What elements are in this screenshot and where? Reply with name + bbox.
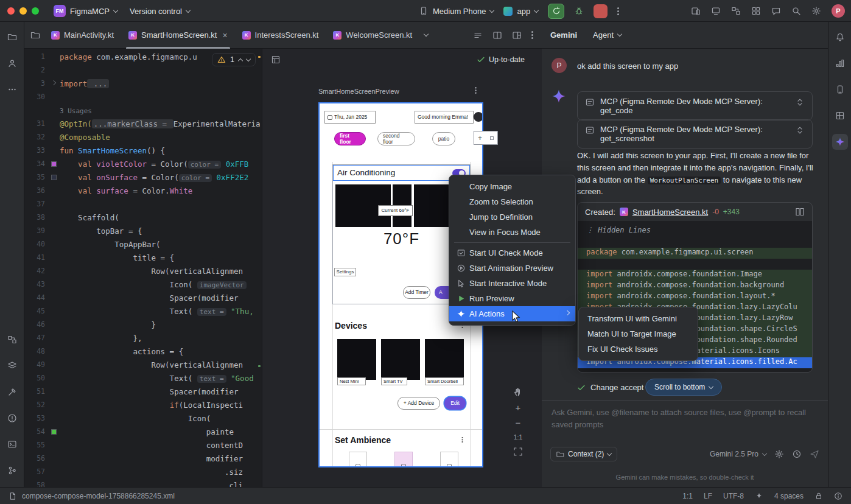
tab-smarthomescreen[interactable]: SmartHomeScreen.kt ×	[121, 22, 234, 49]
stop-button[interactable]	[594, 4, 608, 18]
edit-button[interactable]: Edit	[444, 397, 466, 410]
editor-scrollbar[interactable]	[258, 49, 261, 487]
minimize-window-button[interactable]	[19, 7, 27, 15]
device-tile[interactable]	[381, 339, 420, 380]
editor-line[interactable]: 55 contentD	[24, 438, 262, 452]
maximize-window-button[interactable]	[32, 7, 39, 15]
ambience-tile[interactable]	[440, 452, 458, 467]
color-swatch[interactable]	[51, 175, 57, 180]
editor-line[interactable]: 34 val violetColor = Color(color = 0xFFB	[24, 157, 262, 170]
diff-icon[interactable]	[795, 207, 805, 217]
editor-line[interactable]: 58 .cli	[24, 478, 262, 487]
layout-grid-icon[interactable]	[271, 55, 281, 65]
more-icon[interactable]	[461, 439, 463, 440]
send-icon[interactable]	[810, 449, 819, 459]
fold-icon[interactable]	[51, 80, 56, 85]
tab-interestsscreen[interactable]: InterestsScreen.kt	[235, 22, 326, 49]
code-line[interactable]	[578, 259, 812, 270]
user-avatar[interactable]: P	[832, 4, 845, 18]
editor-line[interactable]: 3 Usages	[24, 103, 262, 117]
menu-item-start-animation-preview[interactable]: Start Animation Preview	[449, 261, 575, 276]
list-icon[interactable]	[473, 30, 483, 40]
device-selector[interactable]: Medium Phone	[419, 6, 494, 16]
settings-label[interactable]: Settings	[334, 268, 356, 276]
editor-line[interactable]: 57 .siz	[24, 465, 262, 478]
detach-icon[interactable]	[512, 30, 522, 40]
statusbar-file[interactable]: compose-compose-model-1758866285245.xml	[22, 492, 175, 500]
zoom-in-button[interactable]: +	[516, 403, 521, 412]
submenu-item-match-ui-to-target-image[interactable]: Match UI to Target Image	[579, 326, 698, 341]
editor-line[interactable]: 48 actions = {	[24, 345, 262, 358]
terminal-button[interactable]	[4, 436, 20, 452]
tool-call-get-screenshot[interactable]: MCP (Figma Remote Dev Mode MCP Server): …	[577, 119, 813, 149]
rerun-button[interactable]	[548, 4, 564, 19]
structure-button[interactable]	[4, 332, 20, 348]
fit-screen-icon[interactable]	[513, 447, 523, 457]
tab-mainactivity[interactable]: MainActivity.kt	[44, 22, 121, 49]
profiler-button[interactable]	[832, 55, 848, 71]
editor-line[interactable]: 45 Text( text = "Thu,	[24, 304, 262, 318]
ambience-tile[interactable]	[394, 452, 413, 467]
notifications-button[interactable]	[832, 29, 848, 45]
zoom-out-button[interactable]: −	[516, 418, 521, 427]
lock-icon[interactable]	[814, 492, 823, 500]
editor-line[interactable]: 47 },	[24, 331, 262, 345]
inspections-widget[interactable]: 1	[212, 53, 256, 66]
editor-line[interactable]: 31@OptIn(...markerClass = ExperimentalMa…	[24, 117, 262, 130]
debug-icon[interactable]	[574, 6, 584, 16]
editor-line[interactable]: 39 topBar = {	[24, 224, 262, 237]
zoom-level[interactable]: 1:1	[514, 433, 523, 441]
vcs-widget[interactable]: Version control	[130, 7, 190, 16]
split-icon[interactable]	[492, 30, 502, 40]
context-selector[interactable]: Context (2)	[550, 447, 617, 461]
caret-position[interactable]: 1:1	[682, 492, 693, 500]
editor-line[interactable]: 3import ...	[24, 77, 262, 90]
code-line[interactable]	[578, 237, 812, 248]
menu-item-view-in-focus-mode[interactable]: View in Focus Mode	[449, 225, 575, 240]
editor-line[interactable]: 44 Spacer(modifier	[24, 291, 262, 304]
indent-style[interactable]: 4 spaces	[774, 492, 804, 500]
build-button[interactable]	[4, 384, 20, 400]
tab-welcomescreen[interactable]: WelcomeScreen.kt	[326, 22, 419, 49]
code-line[interactable]: import androidx.compose.foundation.Image	[578, 270, 812, 281]
problems-button[interactable]	[4, 410, 20, 426]
scroll-to-bottom-button[interactable]: Scroll to bottom	[645, 379, 722, 396]
color-swatch[interactable]	[51, 161, 57, 167]
layout-inspector-button[interactable]	[832, 108, 848, 124]
submenu-item-fix-ui-check-issues[interactable]: Fix UI Check Issues	[579, 341, 698, 357]
editor-line[interactable]: 32@Composable	[24, 130, 262, 144]
profile-avatar[interactable]	[474, 112, 483, 122]
line-separator[interactable]: LF	[704, 492, 712, 500]
model-selector[interactable]: Gemini 2.5 Pro	[710, 450, 766, 458]
menu-item-run-preview[interactable]: Run Preview	[449, 291, 575, 306]
editor-line[interactable]: 51 Spacer(modifier	[24, 385, 262, 398]
previous-issue-icon[interactable]	[238, 58, 243, 63]
editor-line[interactable]: 52 if(LocalInspecti	[24, 398, 262, 411]
device-tile[interactable]	[425, 339, 464, 380]
menu-item-copy-image[interactable]: Copy Image	[449, 179, 575, 194]
editor-line[interactable]: 54 painte	[24, 425, 262, 438]
chip-first-floor[interactable]: first floor	[334, 132, 366, 145]
editor-line[interactable]: 46 }	[24, 318, 262, 331]
device-manager-button[interactable]	[832, 82, 848, 97]
created-file-link[interactable]: SmartHomeScreen.kt	[632, 208, 708, 217]
editor-line[interactable]: 30	[24, 90, 262, 103]
code-editor[interactable]: 1package com.example.figmamcp.u23import …	[24, 49, 262, 487]
editor-line[interactable]: 53 Icon(	[24, 411, 262, 425]
settings-icon[interactable]	[774, 449, 784, 459]
next-issue-icon[interactable]	[246, 56, 251, 61]
color-swatch[interactable]	[51, 429, 57, 435]
chip-patio[interactable]: patio	[432, 132, 455, 145]
agent-mode-selector[interactable]: Agent	[593, 30, 622, 40]
editor-line[interactable]: 40 TopAppBar(	[24, 237, 262, 251]
code-line[interactable]: import androidx.compose.foundation.backg…	[578, 281, 812, 292]
editor-line[interactable]: 43 Icon( imageVector	[24, 278, 262, 291]
info-icon[interactable]	[834, 492, 842, 500]
expand-icon[interactable]	[795, 97, 805, 107]
commit-button[interactable]	[4, 55, 20, 71]
editor-line[interactable]: 41 title = {	[24, 251, 262, 264]
add-chip-selection[interactable]: +	[474, 131, 498, 145]
editor-line[interactable]: 35 val onSurface = Color(color = 0xFF2E2	[24, 170, 262, 184]
history-icon[interactable]	[792, 449, 802, 459]
add-timer-button[interactable]: Add Timer	[403, 286, 430, 299]
